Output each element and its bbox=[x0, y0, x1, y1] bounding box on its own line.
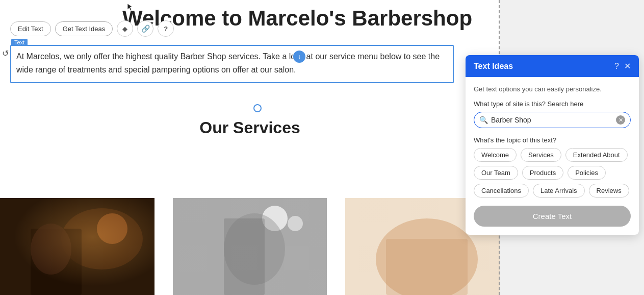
chip-welcome[interactable]: Welcome bbox=[474, 148, 517, 162]
chip-our-team[interactable]: Our Team bbox=[474, 166, 518, 180]
toolbar: Edit Text Get Text Ideas ◆ 🔗 ? bbox=[10, 20, 174, 37]
panel-header-icons: ? ✕ bbox=[614, 61, 631, 71]
svg-point-4 bbox=[31, 224, 71, 275]
help-icon: ? bbox=[164, 25, 168, 33]
resize-handle[interactable]: ↓ bbox=[293, 51, 305, 63]
chip-extended-about[interactable]: Extended About bbox=[565, 148, 628, 162]
panel-help-button[interactable]: ? bbox=[614, 62, 619, 71]
svg-rect-10 bbox=[224, 218, 265, 295]
search-clear-button[interactable]: ✕ bbox=[616, 115, 625, 125]
svg-rect-3 bbox=[31, 229, 82, 295]
editor-area: Welcome to Marcelo's Barbershop ↺ Edit T… bbox=[0, 0, 500, 295]
svg-point-8 bbox=[288, 216, 303, 231]
clear-icon: ✕ bbox=[619, 117, 623, 124]
text-type-label: Text bbox=[11, 39, 28, 46]
svg-point-1 bbox=[61, 208, 143, 269]
svg-point-2 bbox=[97, 213, 127, 244]
site-type-label: What type of site is this? Search here bbox=[474, 100, 631, 108]
svg-rect-14 bbox=[386, 239, 468, 295]
resize-icon: ↓ bbox=[298, 53, 301, 60]
edit-text-button[interactable]: Edit Text bbox=[10, 21, 51, 36]
chip-reviews[interactable]: Reviews bbox=[589, 184, 629, 198]
chip-policies[interactable]: Policies bbox=[568, 166, 606, 180]
create-text-button[interactable]: Create Text bbox=[474, 206, 631, 227]
panel-title: Text Ideas bbox=[474, 62, 513, 71]
panel-header: Text Ideas ? ✕ bbox=[466, 55, 639, 77]
main-heading: Welcome to Marcelo's Barbershop bbox=[122, 6, 472, 31]
barber-image-2 bbox=[173, 198, 327, 295]
search-icon: 🔍 bbox=[479, 116, 488, 124]
help-icon-button[interactable]: ? bbox=[158, 20, 174, 37]
chip-late-arrivals[interactable]: Late Arrivals bbox=[533, 184, 585, 198]
link-icon-button[interactable]: 🔗 bbox=[137, 20, 153, 37]
site-type-search-input[interactable] bbox=[491, 116, 613, 124]
tag-icon-button[interactable]: ◆ bbox=[117, 20, 133, 37]
topic-chips: WelcomeServicesExtended AboutOur TeamPro… bbox=[474, 148, 631, 198]
link-icon: 🔗 bbox=[141, 24, 150, 33]
tag-icon: ◆ bbox=[122, 25, 127, 33]
search-field[interactable]: 🔍 ✕ bbox=[474, 112, 631, 128]
chip-services[interactable]: Services bbox=[521, 148, 561, 162]
services-section: Our Services bbox=[0, 118, 500, 148]
chip-products[interactable]: Products bbox=[522, 166, 563, 180]
drag-handle[interactable] bbox=[253, 104, 262, 112]
topic-label: What's the topic of this text? bbox=[474, 136, 631, 144]
svg-rect-0 bbox=[0, 198, 154, 295]
barber-image-1 bbox=[0, 198, 154, 295]
panel-close-icon: ✕ bbox=[624, 62, 631, 70]
get-text-ideas-button[interactable]: Get Text Ideas bbox=[55, 21, 113, 36]
body-text[interactable]: At Marcelos, we only offer the highest q… bbox=[16, 50, 448, 76]
panel-close-button[interactable]: ✕ bbox=[624, 61, 631, 71]
text-ideas-panel: Text Ideas ? ✕ Get text options you can … bbox=[466, 55, 639, 235]
undo-icon[interactable]: ↺ bbox=[2, 48, 9, 58]
cursor-arrow bbox=[126, 3, 135, 11]
services-title: Our Services bbox=[0, 118, 500, 137]
images-row bbox=[0, 198, 500, 295]
panel-body: Get text options you can easily personal… bbox=[466, 77, 639, 235]
panel-help-icon: ? bbox=[614, 62, 619, 70]
panel-subtitle: Get text options you can easily personal… bbox=[474, 85, 631, 93]
text-block[interactable]: Text At Marcelos, we only offer the high… bbox=[10, 45, 454, 83]
chip-cancellations[interactable]: Cancellations bbox=[474, 184, 529, 198]
